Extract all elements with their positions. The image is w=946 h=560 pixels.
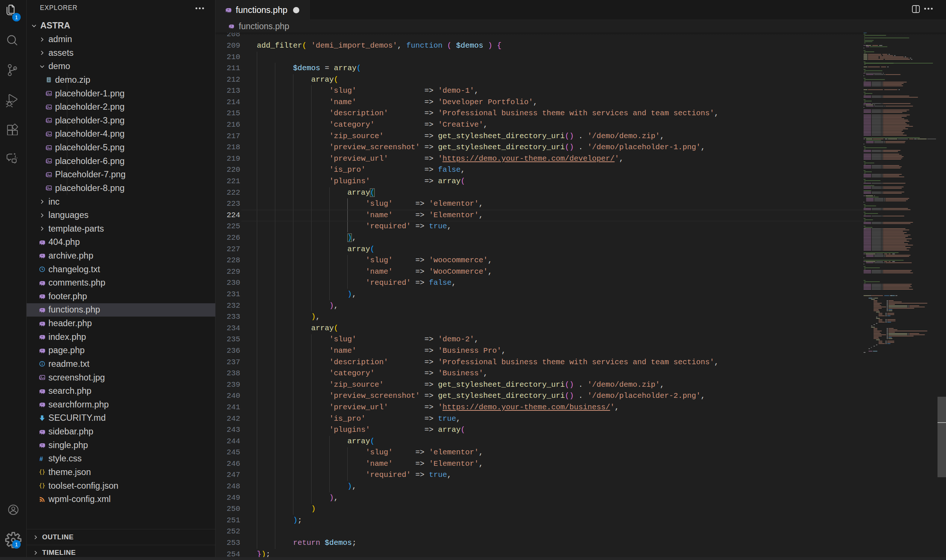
svg-text:#: # [40, 455, 43, 462]
